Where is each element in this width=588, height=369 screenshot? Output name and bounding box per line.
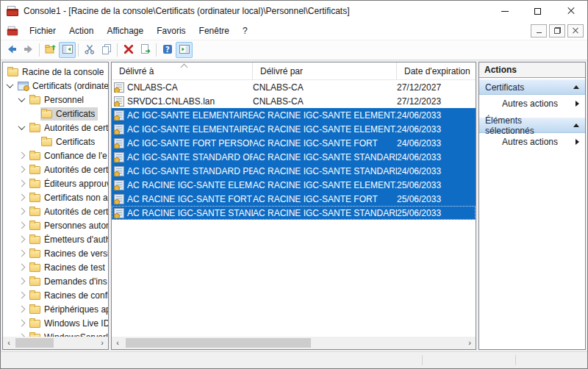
action-item[interactable]: Autres actions — [479, 95, 585, 112]
menu-item-favoris[interactable]: Favoris — [150, 23, 192, 39]
toolbar-button-up-one-level[interactable] — [42, 42, 59, 58]
chevron-expanded-icon[interactable] — [7, 81, 14, 88]
mdi-restore-button[interactable] — [549, 24, 565, 37]
table-row[interactable]: AC IGC-SANTE STANDARD PER...AC RACINE IG… — [112, 164, 476, 178]
scroll-right-icon[interactable]: › — [464, 337, 476, 349]
action-section-header[interactable]: Certificats — [479, 79, 585, 95]
tree-item-highlight: Certificats non a — [29, 191, 108, 204]
toolbar-button-forward[interactable] — [20, 42, 37, 58]
scroll-thumb[interactable] — [126, 338, 311, 348]
tree-item-highlight: WindowsServerU — [29, 331, 108, 337]
column-header-date-expiration[interactable]: Date d'expiration — [397, 62, 476, 79]
maximize-button[interactable] — [521, 1, 554, 21]
tree-item[interactable]: Autorités de cert — [3, 121, 108, 135]
column-header-delivre-a[interactable]: Délivré à — [112, 62, 253, 79]
chevron-collapsed-icon[interactable] — [18, 264, 26, 271]
table-row[interactable]: AC RACINE IGC-SANTE FORTAC RACINE IGC-SA… — [112, 192, 476, 206]
toolbar-button-show-console-tree[interactable] — [59, 42, 76, 58]
tree-item[interactable]: Certificats (ordinate — [3, 79, 108, 93]
tree-item[interactable]: Racines de confi — [3, 288, 108, 302]
menu-item-aide[interactable]: ? — [236, 23, 254, 39]
mdi-close-button[interactable] — [567, 24, 584, 37]
delete-x-icon — [123, 43, 135, 57]
tree-item[interactable]: Autorités de cert — [3, 204, 108, 218]
toolbar-button-back[interactable] — [3, 42, 20, 58]
chevron-collapsed-icon[interactable] — [18, 166, 26, 173]
chevron-collapsed-icon[interactable] — [18, 194, 26, 201]
tree-item-highlight: Émetteurs d'auth — [29, 233, 108, 246]
action-item-label: Autres actions — [502, 98, 558, 109]
toolbar-button-help[interactable]: ? — [159, 42, 176, 58]
folder-icon — [7, 68, 18, 76]
table-row[interactable]: AC IGC-SANTE STANDARD OR...AC RACINE IGC… — [112, 150, 476, 164]
tree-item[interactable]: Racine de la console — [3, 65, 108, 79]
toolbar-button-cut[interactable] — [81, 42, 98, 58]
mdi-minimize-button[interactable] — [531, 24, 547, 37]
tree-item[interactable]: Racines de test — [3, 260, 108, 274]
chevron-up-icon[interactable] — [573, 123, 579, 127]
tree-item[interactable]: Demandes d'ins — [3, 274, 108, 288]
tree-item[interactable]: Éditeurs approuv — [3, 176, 108, 190]
tree-item[interactable]: Certificats non a — [3, 190, 108, 204]
table-row[interactable]: AC RACINE IGC-SANTE ELEME...AC RACINE IG… — [112, 178, 476, 192]
issued-to-text: AC RACINE IGC-SANTE STAND... — [127, 208, 253, 218]
menu-item-fichier[interactable]: Fichier — [23, 23, 62, 39]
scroll-thumb[interactable] — [15, 338, 54, 348]
table-row[interactable]: CNLABS-CACNLABS-CA27/12/2027 — [112, 80, 476, 94]
tree-item-label: Windows Live ID — [44, 318, 108, 329]
scroll-left-icon[interactable]: ‹ — [112, 337, 123, 349]
tree-item[interactable]: WindowsServerU — [3, 330, 108, 337]
content-area: Racine de la consoleCertificats (ordinat… — [1, 60, 587, 351]
toolbar-button-show-action-pane[interactable] — [176, 42, 193, 58]
menu-item-fenetre[interactable]: Fenêtre — [193, 23, 236, 39]
close-button[interactable] — [554, 1, 587, 21]
tree-item[interactable]: Personnel — [3, 93, 108, 107]
toolbar-button-delete[interactable] — [120, 42, 137, 58]
list-horizontal-scrollbar[interactable]: ‹ › — [112, 337, 476, 349]
menu-item-affichage[interactable]: Affichage — [100, 23, 150, 39]
scroll-right-icon[interactable]: › — [96, 337, 108, 349]
chevron-expanded-icon[interactable] — [18, 95, 26, 102]
table-row[interactable]: AC RACINE IGC-SANTE STAND...AC RACINE IG… — [112, 206, 476, 220]
chevron-collapsed-icon[interactable] — [18, 152, 26, 160]
scroll-left-icon[interactable]: ‹ — [3, 337, 15, 349]
chevron-expanded-icon[interactable] — [18, 123, 26, 130]
toolbar-button-copy[interactable] — [98, 42, 115, 58]
tree-item[interactable]: Périphériques ap — [3, 302, 108, 316]
tree-item[interactable]: Émetteurs d'auth — [3, 232, 108, 246]
cell-expiration-date: 25/06/2033 — [397, 194, 476, 204]
table-row[interactable]: AC IGC-SANTE FORT PERSONN...AC RACINE IG… — [112, 136, 476, 150]
tree-item[interactable]: Windows Live ID — [3, 316, 108, 330]
tree-item[interactable]: Autorités de cert — [3, 162, 108, 176]
chevron-collapsed-icon[interactable] — [18, 180, 26, 187]
table-row[interactable]: AC IGC-SANTE ELEMENTAIRE ...AC RACINE IG… — [112, 108, 476, 122]
chevron-collapsed-icon[interactable] — [18, 278, 26, 285]
chevron-collapsed-icon[interactable] — [18, 320, 26, 327]
minimize-button[interactable] — [488, 1, 521, 21]
column-header-delivre-par[interactable]: Délivré par — [253, 62, 397, 79]
tree-horizontal-scrollbar[interactable]: ‹ › — [3, 337, 108, 349]
toolbar-button-export-list[interactable] — [137, 42, 154, 58]
chevron-collapsed-icon[interactable] — [18, 250, 26, 257]
certificates-list: CNLABS-CACNLABS-CA27/12/2027SRVDC1.CNLAB… — [112, 80, 476, 337]
issued-to-text: AC IGC-SANTE FORT PERSONN... — [127, 138, 253, 148]
chevron-collapsed-icon[interactable] — [18, 222, 26, 229]
tree-item[interactable]: Personnes autor — [3, 218, 108, 232]
tree-item[interactable]: Certificats — [3, 107, 108, 121]
arrow-left-icon — [6, 43, 18, 57]
chevron-collapsed-icon[interactable] — [18, 306, 26, 313]
tree-item[interactable]: Racines de versio — [3, 246, 108, 260]
chevron-up-icon[interactable] — [573, 85, 579, 89]
chevron-collapsed-icon[interactable] — [18, 236, 26, 243]
chevron-collapsed-icon[interactable] — [18, 292, 26, 299]
action-section-header[interactable]: Éléments sélectionnés — [479, 118, 585, 133]
tree-item[interactable]: Confiance de l'e — [3, 148, 108, 162]
table-row[interactable]: SRVDC1.CNLABS.lanCNLABS-CA27/12/2023 — [112, 94, 476, 108]
tree-item[interactable]: Certificats — [3, 135, 108, 148]
tree-item-highlight: Certificats (ordinate — [17, 79, 108, 93]
table-row[interactable]: AC IGC-SANTE ELEMENTAIRE P...AC RACINE I… — [112, 122, 476, 136]
menu-item-action[interactable]: Action — [62, 23, 100, 39]
folder-icon — [29, 208, 40, 216]
chevron-collapsed-icon[interactable] — [18, 208, 26, 215]
mdi-system-menu-icon[interactable] — [7, 26, 18, 35]
